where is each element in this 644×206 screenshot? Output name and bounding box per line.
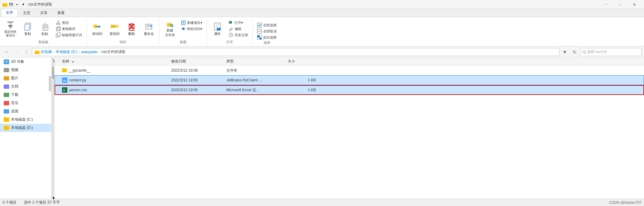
sidebar-thumb[interactable] [52,67,54,79]
pycache-date-cell: 2022/3/12 16:08 [171,68,226,73]
svg-rect-17 [56,28,59,31]
breadcrumb-current: csv文件的读取 [102,49,125,54]
history-button[interactable]: 历史记录 [227,32,250,38]
properties-label: 属性 [214,32,221,36]
svg-line-73 [585,53,586,54]
edit-button[interactable]: 编辑 [227,26,250,32]
sidebar-item-image[interactable]: 图片 [0,74,51,82]
sidebar-item-desktop[interactable]: 桌面 [0,107,51,115]
svg-point-15 [59,23,60,25]
sidebar-track[interactable] [52,61,54,196]
personcsv-size-cell: 1 KB [288,88,318,92]
file-row-pycache[interactable]: __pycache__ 2022/3/12 16:08 文件夹 [55,66,644,75]
rename-button[interactable]: 重命名 [141,20,157,39]
easy-access-button[interactable]: 轻松访问▾ [179,26,204,32]
status-bar: 3 个项目 选中 1 个项目 57 字节 CSDN @hacker707 [0,199,644,206]
chevron-titlebar-icon[interactable]: ▼ [21,2,26,7]
sidebar-item-disk-c[interactable]: 本地磁盘 (C:) [0,115,51,124]
copy-path-button[interactable]: 复制路径 [54,26,84,32]
svg-line-61 [232,28,232,29]
breadcrumb-disk: 本地磁盘 (D:) [56,49,77,54]
select-buttons: 全部选择 全部取消 反向选择 [255,18,278,40]
svg-point-72 [583,51,585,53]
copy-button[interactable]: 复制 [20,20,36,39]
scroll-up-arrow[interactable]: ▲ [52,59,54,60]
file-area: 名称 ▲ 修改日期 类型 大小 __pycache__ 202 [55,58,644,199]
col-header-type[interactable]: 类型 [226,59,288,64]
properties-button[interactable]: 属性 [209,20,225,39]
sidebar-item-music[interactable]: 音乐 [0,99,51,107]
delete-label: 删除 [128,32,135,36]
clipboard-group-label: 剪贴板 [38,40,48,45]
sidebar-item-video[interactable]: 视频 [0,66,51,74]
invert-select-button[interactable]: 反向选择 [255,34,278,40]
paste-shortcut-button[interactable]: 粘贴快捷方式 [54,32,84,38]
invertselect-label: 反向选择 [263,35,277,40]
contentpy-date-cell: 2022/3/12 19:55 [171,78,226,82]
sidebar-scrollbar[interactable] [49,76,51,91]
search-box[interactable]: 搜索"csv文件... [580,48,642,56]
tab-home[interactable]: 主页 [18,9,35,17]
search-icon [582,50,586,54]
personcsv-type-cell: Microsoft Excel 逗... [226,88,288,93]
maximize-button[interactable]: □ [613,0,627,9]
tab-view[interactable]: 查看 [53,9,69,17]
paste-shortcut-label: 粘贴快捷方式 [62,33,82,37]
sidebar-item-3d[interactable]: 3D 3D 对象 [0,58,51,66]
title-bar-icons: 💾 ↩ ▼ [2,2,26,7]
save-titlebar-icon[interactable]: 💾 [9,2,13,7]
move-to-button[interactable]: 移动到 [89,20,105,39]
sidebar-item-download[interactable]: 下载 [0,91,51,99]
sidebar-image-label: 图片 [11,76,18,81]
paste-button[interactable]: 粘贴 [37,20,53,39]
open-button[interactable]: X 打开▾ [227,20,250,26]
file-list: __pycache__ 2022/3/12 16:08 文件夹 py [55,66,644,199]
cut-button[interactable]: 剪切 [54,20,84,26]
svg-rect-10 [44,24,46,25]
undo-titlebar-icon[interactable]: ↩ [15,2,20,7]
col-header-date[interactable]: 修改日期 [171,59,226,64]
col-header-name[interactable]: 名称 ▲ [55,59,171,64]
minimize-button[interactable]: ─ [599,0,613,9]
breadcrumb-webspider: webspider [81,50,98,54]
svg-rect-11 [44,26,47,27]
refresh-button[interactable]: ↻ [570,48,579,56]
forward-button[interactable]: → [12,48,21,56]
new-folder-button[interactable]: 新建文件夹 [162,20,178,39]
svg-rect-1 [2,3,5,4]
close-button[interactable]: ✕ [627,0,642,9]
file-row-personcsv[interactable]: X person.csv 2022/3/12 19:55 Microsoft E… [55,85,644,95]
personcsv-name: person.csv [69,88,87,92]
delete-button[interactable]: 删除 [124,20,140,39]
scroll-down-arrow[interactable]: ▼ [52,196,54,197]
pycache-name-cell: __pycache__ [55,68,171,73]
select-all-button[interactable]: 全部选择 [255,22,278,28]
sidebar: 3D 3D 对象 视频 图片 文档 下载 音乐 桌面 本地磁盘 ( [0,58,52,199]
sidebar-item-document[interactable]: 文档 [0,82,51,91]
tab-file[interactable]: 文件 [1,9,18,17]
clipboard-group: 固定到快速访问 复制 粘贴 [0,18,87,45]
music-icon [4,101,9,105]
up-button[interactable]: ↑ [22,48,31,56]
deselectall-label: 全部取消 [263,29,277,34]
svg-rect-2 [7,21,13,23]
pin-to-quickaccess-button[interactable]: 固定到快速访问 [2,20,18,39]
back-button[interactable]: ← [2,48,11,56]
sidebar-item-disk-d[interactable]: 本地磁盘 (D:) [0,124,51,132]
open-small-col: X 打开▾ 编辑 历史记录 [227,20,250,38]
copy-to-button[interactable]: 复制到 [106,20,122,39]
history-label: 历史记录 [235,33,248,37]
new-item-button[interactable]: 新建项目▾ [179,20,204,26]
svg-text:X: X [229,21,231,24]
svg-rect-66 [257,35,259,37]
tab-share[interactable]: 共享 [36,9,52,17]
col-header-size[interactable]: 大小 [288,59,318,64]
organize-group-label: 组织 [120,40,126,45]
deselect-all-button[interactable]: 全部取消 [255,28,278,34]
file-row-contentpy[interactable]: py content.py 2022/3/12 19:55 JetBrains … [55,75,644,85]
svg-point-51 [182,28,184,30]
sidebar-3d-label: 3D 对象 [11,59,24,64]
dropdown-button[interactable]: ▼ [561,48,569,56]
breadcrumb[interactable]: 此电脑 › 本地磁盘 (D:) › webspider › csv文件的读取 [32,48,559,56]
paste-label: 粘贴 [41,32,48,36]
